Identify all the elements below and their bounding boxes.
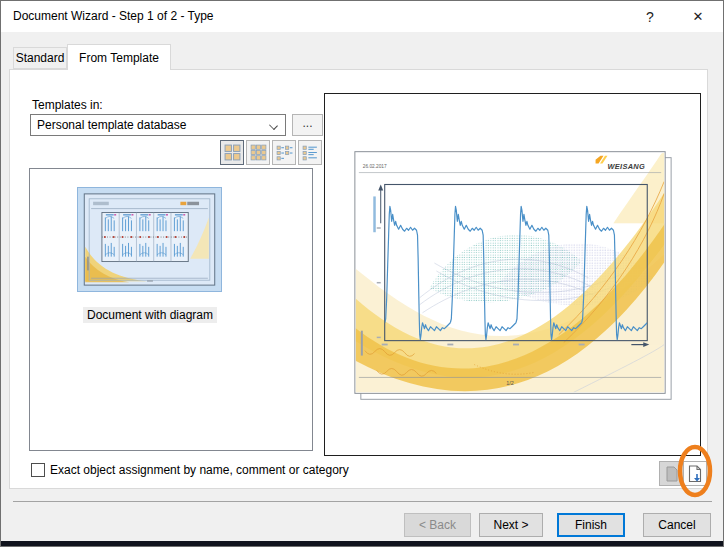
footer-separator (13, 501, 712, 502)
chevron-down-icon (269, 121, 278, 130)
next-button[interactable]: Next > (479, 513, 543, 537)
apply-template-button-disabled (659, 461, 683, 486)
tab-from-template-label: From Template (79, 51, 159, 65)
grayed-page-icon (665, 466, 679, 482)
template-item-label-row: Document with diagram (30, 307, 270, 323)
template-thumbnail (78, 188, 221, 291)
back-button: < Back (404, 513, 471, 537)
page-with-down-arrow-icon (687, 465, 703, 483)
exact-assignment-label: Exact object assignment by name, comment… (50, 463, 349, 477)
document-wizard-dialog: Document Wizard - Step 1 of 2 - Type ? ✕… (0, 0, 724, 547)
help-button[interactable]: ? (631, 1, 669, 32)
details-view-icon (302, 144, 319, 161)
window-title: Document Wizard - Step 1 of 2 - Type (13, 9, 214, 23)
small-icons-icon (250, 144, 267, 161)
templates-in-value: Personal template database (37, 118, 186, 132)
y-axis-label-greeked (373, 196, 375, 232)
cancel-label: Cancel (658, 518, 695, 532)
template-item-document-with-diagram[interactable] (77, 187, 222, 292)
help-icon: ? (646, 9, 654, 25)
preview-page: 26.02.2017 WEISANG 1/2 (325, 94, 700, 455)
small-icons-view-button[interactable] (246, 140, 270, 165)
templates-in-select[interactable]: Personal template database (30, 114, 286, 136)
view-mode-toolbar (220, 140, 322, 165)
tab-from-template[interactable]: From Template (67, 44, 171, 70)
next-label: Next > (493, 518, 528, 532)
preview-date: 26.02.2017 (363, 164, 387, 169)
list-view-icon (276, 144, 293, 161)
large-icons-icon (224, 144, 241, 161)
side-caption-greeked (361, 331, 363, 356)
preview-actions-toolbar (659, 461, 707, 486)
back-label: < Back (419, 518, 456, 532)
tab-standard[interactable]: Standard (13, 47, 67, 69)
weisang-logo-text: WEISANG (607, 162, 645, 171)
exact-assignment-row: Exact object assignment by name, comment… (31, 463, 349, 477)
exact-assignment-checkbox[interactable] (31, 463, 45, 477)
finish-label: Finish (575, 518, 607, 532)
templates-in-label: Templates in: (32, 98, 103, 112)
cancel-button[interactable]: Cancel (643, 513, 711, 537)
preview-pane: 26.02.2017 WEISANG 1/2 (324, 93, 701, 456)
finish-button[interactable]: Finish (557, 513, 625, 537)
large-icons-view-button[interactable] (220, 140, 244, 165)
new-document-from-template-button[interactable] (683, 461, 707, 486)
close-icon: ✕ (693, 9, 704, 24)
browse-label: ... (302, 116, 312, 130)
template-list[interactable]: Document with diagram (29, 168, 313, 451)
window-bottom-edge (1, 541, 724, 547)
title-bar: Document Wizard - Step 1 of 2 - Type ? ✕ (1, 1, 723, 32)
browse-database-button[interactable]: ... (292, 114, 323, 136)
details-view-button[interactable] (298, 140, 322, 165)
list-view-button[interactable] (272, 140, 296, 165)
page-indicator: 1/2 (506, 380, 514, 386)
tab-standard-label: Standard (16, 51, 65, 65)
close-button[interactable]: ✕ (679, 1, 717, 32)
template-item-label[interactable]: Document with diagram (83, 307, 217, 323)
